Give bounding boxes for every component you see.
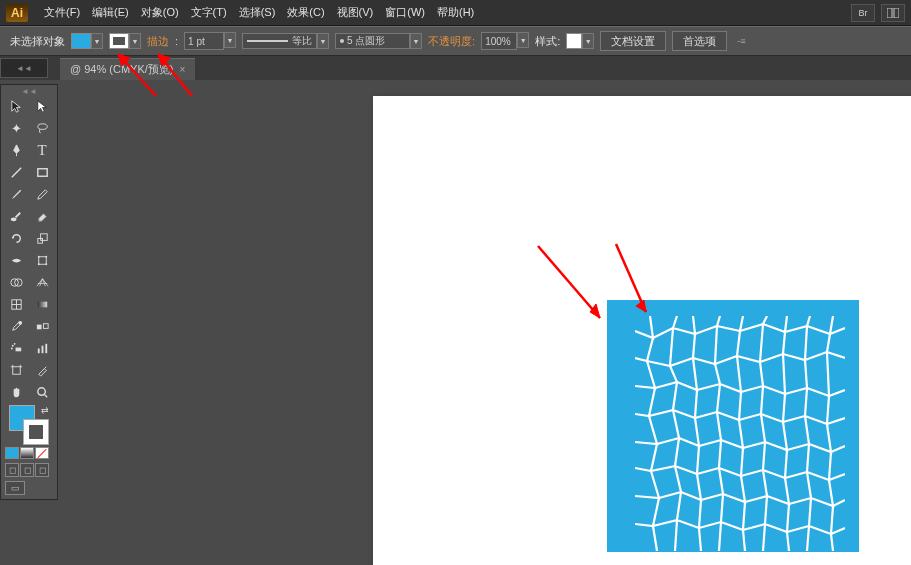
arrange-button[interactable] (881, 4, 905, 22)
gradient-tool[interactable] (29, 293, 55, 315)
svg-marker-39 (636, 300, 646, 312)
toolbox-handle[interactable]: ◄◄ (3, 87, 55, 95)
free-transform-tool[interactable] (29, 249, 55, 271)
canvas-area[interactable] (68, 82, 911, 565)
hand-tool[interactable] (3, 381, 29, 403)
brush-dropdown[interactable]: ▼ (410, 33, 422, 49)
svg-point-9 (37, 255, 39, 257)
artboard (373, 96, 911, 565)
screen-mode[interactable]: ▭ (5, 481, 25, 495)
svg-point-12 (45, 263, 47, 265)
selection-status: 未选择对象 (10, 34, 65, 49)
stroke-weight-dropdown[interactable]: ▼ (224, 32, 236, 48)
svg-rect-4 (37, 168, 46, 176)
column-graph-tool[interactable] (29, 337, 55, 359)
voronoi-pattern (635, 316, 845, 551)
brush-definition[interactable]: 5 点圆形 (335, 33, 410, 49)
menu-object[interactable]: 对象(O) (135, 1, 185, 24)
direct-selection-tool[interactable] (29, 95, 55, 117)
swap-colors-icon[interactable]: ⇄ (41, 405, 49, 415)
svg-line-35 (44, 394, 47, 397)
preferences-button[interactable]: 首选项 (672, 31, 727, 51)
svg-rect-21 (43, 323, 48, 328)
pencil-tool[interactable] (29, 183, 55, 205)
svg-point-25 (10, 347, 12, 349)
artboard-tool[interactable] (3, 359, 29, 381)
menu-file[interactable]: 文件(F) (38, 1, 86, 24)
svg-point-19 (18, 320, 22, 324)
style-dropdown[interactable]: ▼ (582, 33, 594, 49)
shape-builder-tool[interactable] (3, 271, 29, 293)
color-mode-solid[interactable] (5, 447, 19, 459)
pen-tool[interactable] (3, 139, 29, 161)
eraser-tool[interactable] (29, 205, 55, 227)
mesh-tool[interactable] (3, 293, 29, 315)
type-tool[interactable]: T (29, 139, 55, 161)
svg-rect-7 (40, 233, 47, 240)
symbol-sprayer-tool[interactable] (3, 337, 29, 359)
svg-rect-1 (894, 8, 899, 18)
opacity-dropdown[interactable]: ▼ (517, 32, 529, 48)
menu-select[interactable]: 选择(S) (233, 1, 282, 24)
annotation-arrow-2 (150, 46, 210, 106)
width-tool[interactable] (3, 249, 29, 271)
app-logo: Ai (6, 4, 28, 22)
style-swatch[interactable] (566, 33, 582, 49)
blob-brush-tool[interactable] (3, 205, 29, 227)
menu-edit[interactable]: 编辑(E) (86, 1, 135, 24)
fill-swatch[interactable] (71, 33, 91, 49)
eyedropper-tool[interactable] (3, 315, 29, 337)
toolbox-panel: ◄◄ ✦ T (0, 84, 58, 500)
toolbox-stroke-swatch[interactable] (23, 419, 49, 445)
stroke-profile[interactable]: 等比 (242, 33, 317, 49)
magic-wand-tool[interactable]: ✦ (3, 117, 29, 139)
svg-rect-29 (12, 366, 20, 374)
svg-point-34 (37, 387, 45, 395)
menu-effect[interactable]: 效果(C) (281, 1, 330, 24)
selection-tool[interactable] (3, 95, 29, 117)
paintbrush-tool[interactable] (3, 183, 29, 205)
bridge-button[interactable]: Br (851, 4, 875, 22)
opacity-label[interactable]: 不透明度: (428, 34, 475, 49)
svg-point-23 (11, 344, 13, 346)
draw-inside[interactable]: ◻ (35, 463, 49, 477)
menu-view[interactable]: 视图(V) (331, 1, 380, 24)
svg-rect-18 (37, 301, 46, 307)
lasso-tool[interactable] (29, 117, 55, 139)
svg-rect-8 (38, 256, 46, 264)
svg-point-2 (37, 123, 46, 129)
slice-tool[interactable] (29, 359, 55, 381)
rectangle-tool[interactable] (29, 161, 55, 183)
zoom-tool[interactable] (29, 381, 55, 403)
fill-dropdown[interactable]: ▼ (91, 33, 103, 49)
menu-type[interactable]: 文字(T) (185, 1, 233, 24)
svg-point-5 (10, 217, 16, 221)
artwork-square[interactable] (607, 300, 859, 552)
scale-tool[interactable] (29, 227, 55, 249)
svg-point-11 (37, 263, 39, 265)
svg-rect-0 (887, 8, 892, 18)
line-tool[interactable] (3, 161, 29, 183)
menu-window[interactable]: 窗口(W) (379, 1, 431, 24)
svg-rect-27 (41, 345, 43, 353)
perspective-grid-tool[interactable] (29, 271, 55, 293)
menu-help[interactable]: 帮助(H) (431, 1, 480, 24)
profile-dropdown[interactable]: ▼ (317, 33, 329, 49)
svg-rect-22 (15, 347, 21, 351)
svg-marker-43 (158, 54, 170, 66)
color-mode-none[interactable] (35, 447, 49, 459)
annotation-arrow-4 (588, 236, 668, 326)
doc-setup-button[interactable]: 文档设置 (600, 31, 666, 51)
tab-collapse-handle[interactable]: ◄◄ (0, 58, 48, 78)
svg-line-3 (11, 167, 20, 176)
opacity-input[interactable] (481, 32, 517, 50)
gear-icon[interactable]: -≡ (733, 36, 749, 46)
rotate-tool[interactable] (3, 227, 29, 249)
draw-normal[interactable]: ◻ (5, 463, 19, 477)
draw-behind[interactable]: ◻ (20, 463, 34, 477)
svg-rect-26 (37, 348, 39, 353)
color-mode-gradient[interactable] (20, 447, 34, 459)
blend-tool[interactable] (29, 315, 55, 337)
svg-rect-28 (45, 343, 47, 352)
style-label: 样式: (535, 34, 560, 49)
